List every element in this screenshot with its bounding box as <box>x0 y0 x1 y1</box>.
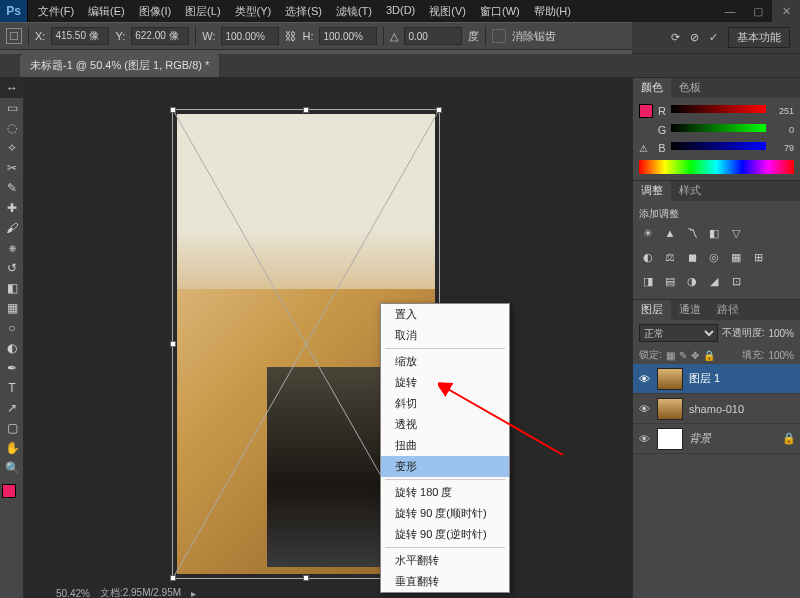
menu-select[interactable]: 选择(S) <box>279 2 328 21</box>
menu-filter[interactable]: 滤镜(T) <box>330 2 378 21</box>
close-button[interactable]: ✕ <box>772 0 800 22</box>
visibility-icon[interactable]: 👁 <box>637 372 651 386</box>
pen-tool[interactable]: ✒ <box>0 358 24 378</box>
adj-mixer-icon[interactable]: ▦ <box>727 249 745 265</box>
adj-levels-icon[interactable]: ▲ <box>661 225 679 241</box>
adj-selective-icon[interactable]: ⊡ <box>727 273 745 289</box>
statusbar-chevron-icon[interactable]: ▸ <box>191 588 196 599</box>
refresh-icon[interactable]: ⟳ <box>671 31 680 44</box>
move-tool[interactable]: ↔ <box>0 78 24 98</box>
ctx-rotate[interactable]: 旋转 <box>381 372 509 393</box>
dodge-tool[interactable]: ◐ <box>0 338 24 358</box>
ctx-scale[interactable]: 缩放 <box>381 351 509 372</box>
layer-name[interactable]: 背景 <box>689 431 711 446</box>
styles-tab[interactable]: 样式 <box>671 181 709 201</box>
menu-layer[interactable]: 图层(L) <box>179 2 226 21</box>
layers-tab[interactable]: 图层 <box>633 300 671 320</box>
ctx-place[interactable]: 置入 <box>381 304 509 325</box>
adj-brightness-icon[interactable]: ☀ <box>639 225 657 241</box>
opacity-value[interactable]: 100% <box>768 328 794 339</box>
paths-tab[interactable]: 路径 <box>709 300 747 320</box>
menu-view[interactable]: 视图(V) <box>423 2 472 21</box>
adj-hue-icon[interactable]: ◐ <box>639 249 657 265</box>
adj-posterize-icon[interactable]: ▤ <box>661 273 679 289</box>
adj-invert-icon[interactable]: ◨ <box>639 273 657 289</box>
adj-lookup-icon[interactable]: ⊞ <box>749 249 767 265</box>
layer-name[interactable]: 图层 1 <box>689 371 720 386</box>
x-input[interactable] <box>51 27 109 45</box>
g-value[interactable]: 0 <box>770 125 794 135</box>
lock-position-icon[interactable]: ✥ <box>691 350 699 361</box>
hue-strip[interactable] <box>639 160 794 174</box>
adj-vibrance-icon[interactable]: ▽ <box>727 225 745 241</box>
adj-filter-icon[interactable]: ◎ <box>705 249 723 265</box>
menu-3d[interactable]: 3D(D) <box>380 2 421 21</box>
type-tool[interactable]: T <box>0 378 24 398</box>
antialias-check[interactable] <box>492 29 506 43</box>
lock-transparent-icon[interactable]: ▦ <box>666 350 675 361</box>
link-icon[interactable]: ⛓ <box>285 30 296 42</box>
lock-all-icon[interactable]: 🔒 <box>703 350 715 361</box>
transform-origin-icon[interactable] <box>6 28 22 44</box>
minimize-button[interactable]: — <box>716 0 744 22</box>
layer-row-1[interactable]: 👁 图层 1 <box>633 364 800 394</box>
menu-type[interactable]: 类型(Y) <box>229 2 278 21</box>
layer-thumb[interactable] <box>657 428 683 450</box>
visibility-icon[interactable]: 👁 <box>637 432 651 446</box>
eraser-tool[interactable]: ◧ <box>0 278 24 298</box>
ctx-distort[interactable]: 扭曲 <box>381 435 509 456</box>
commit-icon[interactable]: ✓ <box>709 31 718 44</box>
layer-thumb[interactable] <box>657 368 683 390</box>
h-input[interactable] <box>319 27 377 45</box>
transform-handle-l[interactable] <box>170 341 176 347</box>
shape-tool[interactable]: ▢ <box>0 418 24 438</box>
cancel-icon[interactable]: ⊘ <box>690 31 699 44</box>
document-tab[interactable]: 未标题-1 @ 50.4% (图层 1, RGB/8) * <box>20 54 219 77</box>
canvas-area[interactable]: 50.42% 文档:2.95M/2.95M ▸ <box>24 78 632 598</box>
angle-input[interactable] <box>404 27 462 45</box>
transform-handle-tr[interactable] <box>436 107 442 113</box>
layer-row-2[interactable]: 👁 shamo-010 <box>633 394 800 424</box>
menu-edit[interactable]: 编辑(E) <box>82 2 131 21</box>
adj-exposure-icon[interactable]: ◧ <box>705 225 723 241</box>
brush-tool[interactable]: 🖌 <box>0 218 24 238</box>
path-tool[interactable]: ↗ <box>0 398 24 418</box>
maximize-button[interactable]: ▢ <box>744 0 772 22</box>
adj-balance-icon[interactable]: ⚖ <box>661 249 679 265</box>
marquee-tool[interactable]: ▭ <box>0 98 24 118</box>
ctx-flip-h[interactable]: 水平翻转 <box>381 550 509 571</box>
r-slider[interactable] <box>671 105 766 117</box>
lock-pixels-icon[interactable]: ✎ <box>679 350 687 361</box>
swatches-tab[interactable]: 色板 <box>671 78 709 98</box>
blur-tool[interactable]: ○ <box>0 318 24 338</box>
transform-handle-tl[interactable] <box>170 107 176 113</box>
ctx-rotate-90cw[interactable]: 旋转 90 度(顺时针) <box>381 503 509 524</box>
color-square[interactable] <box>639 104 653 118</box>
r-value[interactable]: 251 <box>770 106 794 116</box>
ctx-perspective[interactable]: 透视 <box>381 414 509 435</box>
hand-tool[interactable]: ✋ <box>0 438 24 458</box>
workspace-button[interactable]: 基本功能 <box>728 27 790 48</box>
ctx-rotate-90ccw[interactable]: 旋转 90 度(逆时针) <box>381 524 509 545</box>
wand-tool[interactable]: ✧ <box>0 138 24 158</box>
stamp-tool[interactable]: ⎈ <box>0 238 24 258</box>
ctx-warp[interactable]: 变形 <box>381 456 509 477</box>
foreground-color[interactable] <box>2 484 16 498</box>
adj-bw-icon[interactable]: ◼ <box>683 249 701 265</box>
b-slider[interactable] <box>671 142 766 154</box>
eyedropper-tool[interactable]: ✎ <box>0 178 24 198</box>
adj-curves-icon[interactable]: 〽 <box>683 225 701 241</box>
zoom-tool[interactable]: 🔍 <box>0 458 24 478</box>
g-slider[interactable] <box>671 124 766 136</box>
crop-tool[interactable]: ✂ <box>0 158 24 178</box>
layer-name[interactable]: shamo-010 <box>689 403 744 415</box>
ctx-flip-v[interactable]: 垂直翻转 <box>381 571 509 592</box>
channels-tab[interactable]: 通道 <box>671 300 709 320</box>
color-tab[interactable]: 颜色 <box>633 78 671 98</box>
y-input[interactable] <box>131 27 189 45</box>
adjustments-tab[interactable]: 调整 <box>633 181 671 201</box>
transform-handle-b[interactable] <box>303 575 309 581</box>
b-value[interactable]: 79 <box>770 143 794 153</box>
blend-mode-select[interactable]: 正常 <box>639 324 718 342</box>
adj-gradient-icon[interactable]: ◢ <box>705 273 723 289</box>
